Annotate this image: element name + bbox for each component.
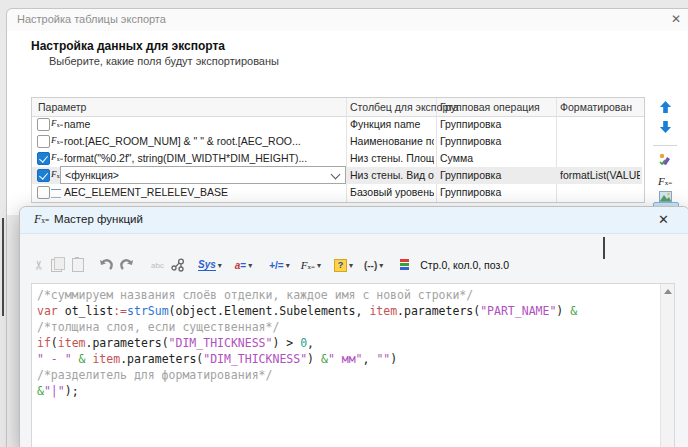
variables-dropdown[interactable]: a= ▾ [235, 260, 252, 271]
copy-button[interactable] [51, 259, 65, 272]
chevron-down-icon: ▾ [317, 261, 321, 270]
arrow-up-icon [659, 101, 672, 114]
properties-icon [658, 152, 672, 166]
table-row-selected[interactable]: Fx= <функция> Низ стены. Вид отде... Гру… [32, 167, 642, 184]
function-wizard-dialog: Fx= Мастер функций ✕ ✂ abc Sys ▾ [19, 206, 688, 447]
parameter-icon [51, 189, 61, 198]
table-row[interactable]: Fx= root.[AEC_ROOM_NUM] & " " & root.[AE… [32, 133, 642, 150]
paste-icon [72, 258, 84, 272]
export-parameters-table: Параметр Столбец для экспорта Групповая … [31, 97, 645, 203]
operators-dropdown[interactable]: +/= ▾ [269, 260, 289, 271]
arrow-down-icon [659, 121, 672, 134]
parameter-cell[interactable]: root.[AEC_ROOM_NUM] & " " & root.[AEC_RO… [64, 135, 344, 147]
chevron-down-icon: ▾ [349, 261, 353, 270]
copy-icon [51, 259, 62, 272]
function-icon: Fx= [301, 259, 315, 271]
conditions-dropdown[interactable]: ? ▾ [334, 259, 353, 272]
function-button[interactable]: Fx= [655, 171, 675, 187]
row-checkbox[interactable] [37, 169, 50, 182]
function-icon: Fx= [34, 212, 49, 227]
nodes-icon [171, 258, 185, 272]
group-operation-cell[interactable]: Группировка [440, 169, 554, 181]
code-line: if(item.parameters("DIM_THICKNESS") > 0, [37, 335, 658, 351]
code-line: /*разделитель для форматирования*/ [37, 367, 658, 383]
wizard-toolbar: ✂ abc Sys ▾ a= ▾ +/= ▾ [34, 255, 509, 275]
export-column-cell[interactable]: Низ стены. Площадь [350, 152, 434, 164]
undo-button[interactable] [99, 259, 113, 271]
function-icon: Fx= [51, 135, 63, 147]
operators-icon: +/= [269, 260, 283, 271]
scissors-icon: ✂ [32, 260, 46, 270]
export-dialog-titlebar[interactable]: Настройка таблицы экспорта ✕ [7, 9, 688, 32]
formatting-cell[interactable]: formatList(VALUE [560, 169, 640, 181]
editor-scrollbar[interactable] [660, 284, 674, 447]
chevron-down-icon[interactable] [331, 170, 341, 180]
parameter-cell[interactable]: AEC_ELEMENT_RELELEV_BASE [64, 186, 344, 198]
chevron-down-icon: ▾ [218, 261, 222, 270]
code-lines[interactable]: /*суммируем названия слоёв отделки, кажд… [37, 287, 658, 399]
parameter-cell[interactable]: format("%0.2f", string(DIM_WIDTH*DIM_HEI… [64, 152, 344, 164]
table-row[interactable]: Fx= format("%0.2f", string(DIM_WIDTH*DIM… [32, 150, 642, 167]
export-column-cell[interactable]: Базовый уровень ни... [350, 186, 434, 198]
column-header-parameter[interactable]: Параметр [38, 101, 86, 113]
brackets-icon: (--) [364, 260, 377, 271]
abc-button[interactable]: abc [151, 261, 164, 270]
table-row[interactable]: Fx= name Функция name Группировка [32, 116, 642, 133]
brackets-dropdown[interactable]: (--) ▾ [364, 260, 383, 271]
move-down-button[interactable] [655, 121, 675, 137]
variable-icon: a= [235, 260, 246, 271]
image-icon [659, 191, 672, 202]
code-line: " - " & item.parameters("DIM_THICKNESS")… [37, 351, 658, 367]
cut-button[interactable]: ✂ [34, 258, 44, 272]
function-icon: Fx= [658, 175, 672, 187]
close-icon[interactable]: ✕ [671, 12, 681, 26]
row-checkbox[interactable] [37, 135, 50, 148]
chevron-down-icon: ▾ [379, 261, 383, 270]
redo-icon [120, 259, 134, 271]
function-combobox[interactable]: <функция> [60, 166, 346, 184]
redo-button[interactable] [120, 259, 134, 271]
row-checkbox[interactable] [37, 118, 50, 131]
move-up-button[interactable] [655, 101, 675, 117]
export-column-cell[interactable]: Наименование поме... [350, 135, 434, 147]
row-checkbox[interactable] [37, 186, 50, 199]
toolbar-divider [653, 145, 677, 146]
wizard-titlebar[interactable]: Fx= Мастер функций ✕ [20, 207, 688, 234]
functions-dropdown[interactable]: Fx= ▾ [301, 259, 321, 271]
code-line: &"|"); [37, 383, 658, 399]
structure-button[interactable] [171, 258, 185, 272]
highlight-toggle[interactable] [400, 259, 409, 271]
system-functions-dropdown[interactable]: Sys ▾ [198, 259, 222, 271]
scroll-up-icon[interactable] [664, 289, 672, 294]
export-column-cell[interactable]: Низ стены. Вид отде... [350, 169, 434, 181]
code-line: /*толщина слоя, если существенная*/ [37, 319, 658, 335]
paste-button[interactable] [72, 258, 84, 272]
export-column-cell[interactable]: Функция name [350, 118, 434, 130]
select-properties-button[interactable] [655, 152, 675, 168]
column-header-group-operation[interactable]: Групповая операция [440, 101, 540, 113]
cursor-position-status: Стр.0, кол.0, поз.0 [420, 259, 509, 271]
group-operation-cell[interactable]: Группировка [440, 186, 554, 198]
question-icon: ? [334, 259, 347, 272]
text-cursor [603, 237, 605, 259]
group-operation-cell[interactable]: Сумма [440, 152, 554, 164]
table-header-row: Параметр Столбец для экспорта Групповая … [32, 98, 644, 117]
function-icon: Fx= [51, 152, 63, 164]
group-operation-cell[interactable]: Группировка [440, 118, 554, 130]
screen: Настройка таблицы экспорта ✕ Настройка д… [0, 0, 688, 447]
code-editor[interactable]: /*суммируем названия слоёв отделки, кажд… [31, 283, 675, 447]
group-operation-cell[interactable]: Группировка [440, 135, 554, 147]
code-line: /*суммируем названия слоёв отделки, кажд… [37, 287, 658, 303]
table-row[interactable]: AEC_ELEMENT_RELELEV_BASE Базовый уровень… [32, 184, 642, 201]
abc-icon: abc [151, 261, 164, 270]
wizard-title: Мастер функций [54, 213, 143, 225]
undo-icon [99, 259, 113, 271]
close-icon[interactable]: ✕ [658, 212, 669, 227]
row-checkbox[interactable] [37, 152, 50, 165]
function-icon: Fx= [51, 118, 63, 130]
column-header-formatting[interactable]: Форматирован [560, 101, 632, 113]
parameter-cell[interactable]: name [64, 118, 344, 130]
chevron-down-icon: ▾ [286, 261, 290, 270]
code-line: var ot_list:=strSum(object.Element.Subel… [37, 303, 658, 319]
export-dialog-title: Настройка таблицы экспорта [17, 13, 166, 25]
